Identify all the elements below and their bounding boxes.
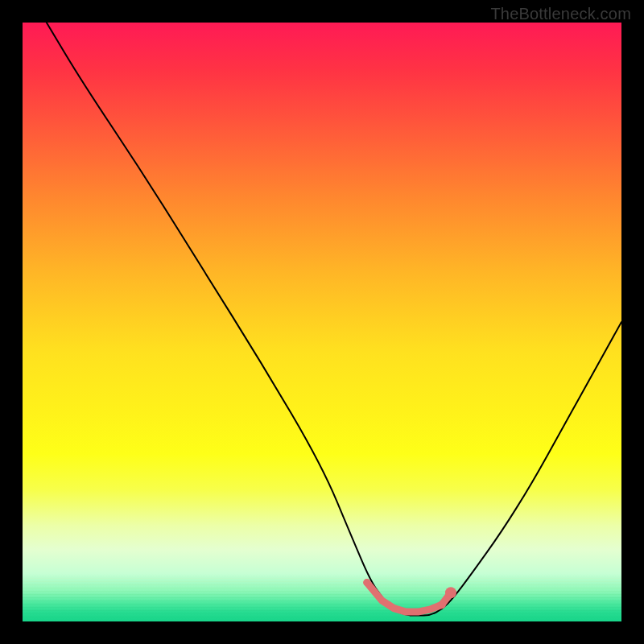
marker-dot	[427, 606, 433, 613]
marker-dot	[438, 601, 446, 609]
bottleneck-curve-path	[47, 23, 621, 616]
marker-dot	[363, 579, 370, 586]
marker-dot	[378, 597, 385, 604]
marker-dot	[415, 609, 421, 615]
bottom-markers	[363, 579, 456, 615]
plot-area	[23, 23, 621, 621]
curve-svg	[23, 23, 621, 621]
marker-dot	[390, 605, 397, 612]
marker-dot	[402, 609, 409, 615]
chart-canvas: TheBottleneck.com	[0, 0, 644, 644]
marker-connector	[367, 583, 451, 613]
watermark-text: TheBottleneck.com	[490, 5, 631, 23]
marker-dot	[445, 587, 456, 598]
